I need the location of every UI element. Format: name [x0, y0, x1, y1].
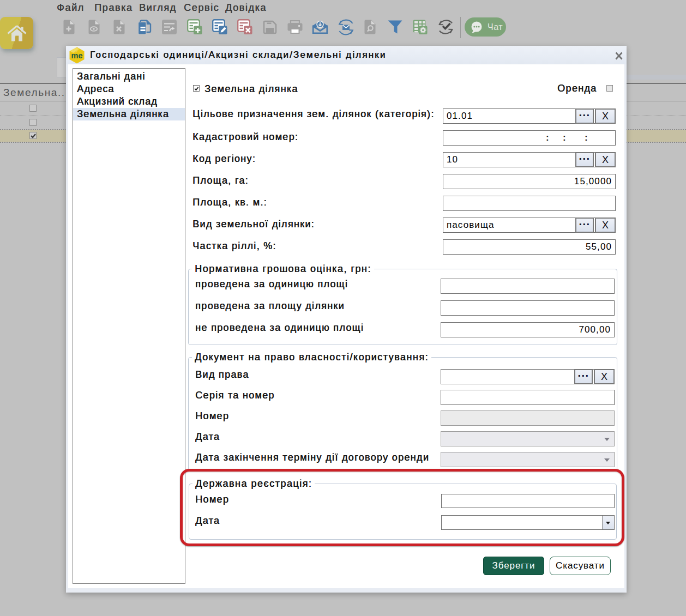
svg-text:me: me [71, 51, 83, 60]
